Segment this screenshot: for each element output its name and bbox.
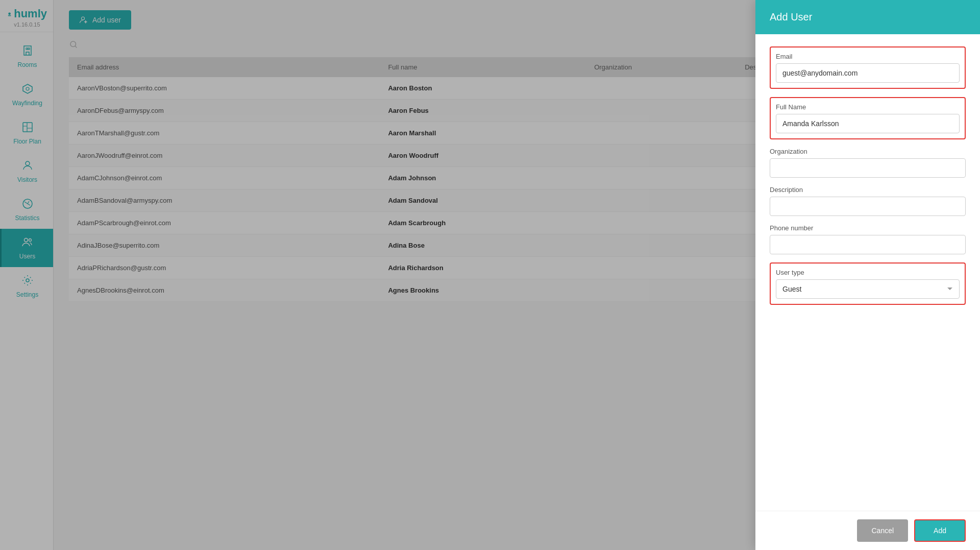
- usertype-label: User type: [776, 269, 960, 276]
- panel-footer: Cancel Add: [755, 511, 980, 550]
- desc-input[interactable]: [770, 197, 966, 216]
- fullname-input[interactable]: [776, 114, 960, 133]
- usertype-select[interactable]: GuestRegularAdmin: [776, 279, 960, 299]
- desc-label: Description: [770, 186, 966, 194]
- panel-body: Email Full Name Organization Description…: [755, 34, 980, 511]
- org-input[interactable]: [770, 158, 966, 178]
- org-field-group: Organization: [770, 148, 966, 178]
- cancel-label: Cancel: [871, 527, 894, 535]
- panel-header: Add User: [755, 0, 980, 34]
- fullname-label: Full Name: [776, 103, 960, 111]
- fullname-field-group: Full Name: [770, 97, 966, 139]
- add-label: Add: [934, 527, 946, 535]
- cancel-button[interactable]: Cancel: [857, 519, 908, 542]
- modal-overlay: Add User Email Full Name Organization De…: [0, 0, 980, 550]
- phone-field-group: Phone number: [770, 224, 966, 254]
- email-label: Email: [776, 53, 960, 60]
- email-field-group: Email: [770, 46, 966, 89]
- phone-input[interactable]: [770, 235, 966, 254]
- org-label: Organization: [770, 148, 966, 155]
- usertype-field-group: User type GuestRegularAdmin: [770, 262, 966, 305]
- desc-field-group: Description: [770, 186, 966, 216]
- add-button[interactable]: Add: [914, 519, 966, 542]
- panel-title: Add User: [770, 11, 812, 22]
- email-input[interactable]: [776, 63, 960, 83]
- phone-label: Phone number: [770, 224, 966, 232]
- add-user-panel: Add User Email Full Name Organization De…: [755, 0, 980, 550]
